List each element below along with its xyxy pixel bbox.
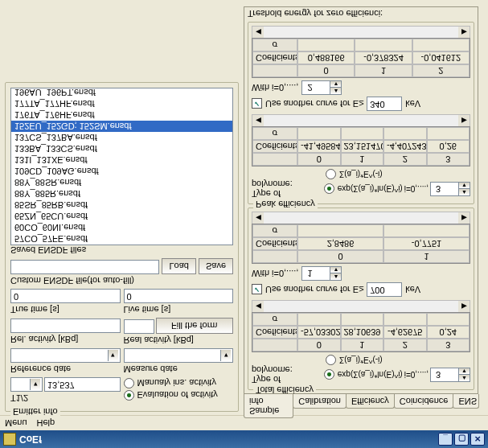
list-item[interactable]: 137CS_137BA.ensdf <box>11 132 232 143</box>
list-item[interactable]: 85SR_85RB.ensdf <box>11 199 232 211</box>
peak-table1-scroll[interactable]: ◀▶ <box>252 114 470 126</box>
total-spin-i[interactable]: 3 ▲▼ <box>430 368 470 382</box>
peak-sigma-1[interactable] <box>341 127 384 140</box>
refdate-field[interactable] <box>10 348 121 363</box>
peak-coef-1[interactable]: 23,1514703 <box>341 140 384 153</box>
peak-poly-opt2[interactable]: Σ(a_i)*E^(-i) <box>326 169 470 179</box>
total-sigma-0[interactable] <box>297 313 341 326</box>
half-life-label: T1/2 <box>10 393 121 403</box>
total-coef-2[interactable]: -4,62675 <box>383 326 427 339</box>
realact-field <box>124 319 154 334</box>
list-item[interactable]: 131I_131XE.ensdf <box>11 154 232 166</box>
fill-form-button[interactable]: Fill the form <box>156 318 234 334</box>
list-item[interactable]: 65ZN_65CU.ensdf <box>11 211 232 222</box>
peak-coef2-0[interactable]: 0,488166 <box>297 51 355 64</box>
menu-menu[interactable]: Menu <box>5 418 27 428</box>
treshold-label: Treshold energy for zero efficienci: <box>248 9 474 18</box>
tab-coincidence[interactable]: Coincidence <box>394 394 454 409</box>
menu-help[interactable]: Help <box>37 418 55 428</box>
peak-threshold-field[interactable]: 340 <box>367 97 402 111</box>
custom-ensdf-field[interactable] <box>10 260 159 274</box>
list-item[interactable]: 88Y_88SR.ensdf <box>11 177 232 188</box>
list-item[interactable]: 152EU_152GD; 152SM.ensdf <box>11 121 232 132</box>
saved-files-label: Saved ENSDF files <box>10 245 86 255</box>
total-coef-table-2: 0 1 Coeficients 2,8486 -0,7751 σ <box>252 224 470 264</box>
peak-sigma2-1[interactable] <box>355 39 412 51</box>
peak-coef-0[interactable]: -41,4958416 <box>297 140 341 153</box>
total-threshold-field[interactable]: 700 <box>367 282 402 297</box>
total-coef2-0[interactable]: 2,8486 <box>297 237 383 250</box>
list-item[interactable]: 177TA_177HF.ensdf <box>11 98 232 109</box>
radio-manual-label: Manualy ins. activity <box>137 379 216 388</box>
peak-poly-opt1[interactable]: exp(Σ(a_i)*ln(E)^i) <box>324 184 403 195</box>
truetime-field[interactable]: 0 <box>10 289 121 303</box>
list-item[interactable]: 57CO_57FE.ensdf <box>11 233 232 245</box>
total-spin-prefix: i=0,...., <box>404 371 429 380</box>
tab-calibration[interactable]: Calibration <box>293 394 347 409</box>
measdate-label: Measure date <box>124 364 234 374</box>
close-button[interactable]: ✕ <box>470 433 485 446</box>
total-sigma-3[interactable] <box>427 313 470 326</box>
total-coef-3[interactable]: 0,24 <box>427 326 470 339</box>
total-coef2-1[interactable]: -0,7751 <box>383 237 470 250</box>
tab-efficiency[interactable]: Efficiency <box>346 394 395 409</box>
peak-coef2-1[interactable]: -0,378324 <box>355 51 412 64</box>
emitter-info-group: Emitter info T1/2 13,537 Evaluation of a… <box>5 82 239 412</box>
total-coef-table-1: 0 1 2 3 Coeficients -57,03302 28,10639 -… <box>252 312 470 352</box>
peak-sigma-2[interactable] <box>383 127 427 140</box>
livetime-label: Live time [s] <box>124 305 234 314</box>
total-table1-scroll[interactable]: ◀▶ <box>252 300 470 312</box>
window-title: CoEf <box>19 434 42 445</box>
total-poly-opt1-label: exp(Σ(a_i)*ln(E)^i) <box>338 371 403 380</box>
radio-evaluation-label: Evaluation of activity <box>137 391 218 401</box>
peak-use-another-check[interactable]: Use another curve for E≥ <box>252 99 363 109</box>
list-item[interactable]: 133BA_133CS.ensdf <box>11 143 232 154</box>
save-button[interactable]: Save <box>199 258 233 274</box>
list-item[interactable]: 109CD_109AG.ensdf <box>11 166 232 177</box>
livetime-field[interactable]: 0 <box>124 289 234 303</box>
peak-spin-i[interactable]: 3 ▲▼ <box>430 182 470 196</box>
window-titlebar: CoEf _ ▢ ✕ <box>0 430 488 448</box>
relact-field[interactable] <box>10 319 121 333</box>
total-coef-1[interactable]: 28,10639 <box>341 326 384 339</box>
peak-coef-3[interactable]: 0,26 <box>427 140 470 153</box>
total-sigma2-1[interactable] <box>383 224 470 237</box>
maximize-button[interactable]: ▢ <box>454 433 469 446</box>
list-item[interactable]: 88Y_885R.ensdf <box>11 188 232 199</box>
radio-evaluation[interactable]: Evaluation of activity <box>124 390 234 401</box>
half-life-dropdown[interactable] <box>10 377 43 392</box>
total-table2-scroll[interactable]: ◀▶ <box>252 212 470 224</box>
total-with-i-spin[interactable]: 1 ▲▼ <box>301 266 342 281</box>
minimize-button[interactable]: _ <box>438 433 453 446</box>
peak-poly-opt2-label: Σ(a_i)*E^(-i) <box>339 170 383 179</box>
total-sigma-1[interactable] <box>341 313 384 326</box>
total-sigma2-0[interactable] <box>297 224 383 237</box>
half-life-field[interactable]: 13,537 <box>44 377 121 392</box>
total-eff-legend: Total efficiency <box>253 385 316 394</box>
total-poly-opt2[interactable]: Σ(a_i)*E^(-i) <box>326 355 470 365</box>
peak-table2-scroll[interactable]: ◀▶ <box>252 26 470 38</box>
peak-poly-opt1-label: exp(Σ(a_i)*ln(E)^i) <box>338 185 403 194</box>
total-use-another-check[interactable]: Use another curve for E≥ <box>252 285 363 295</box>
peak-with-i-spin[interactable]: 2 ▲▼ <box>301 80 342 95</box>
total-poly-opt1[interactable]: exp(Σ(a_i)*ln(E)^i) <box>324 370 403 380</box>
total-coef-0[interactable]: -57,03302 <box>297 326 341 339</box>
saved-files-list[interactable]: 57CO_57FE.ensdf60CO_60NI.ensdf65ZN_65CU.… <box>10 88 233 245</box>
peak-sigma-3[interactable] <box>427 127 470 140</box>
list-item[interactable]: 196AU_196PT.ensdf <box>11 88 232 98</box>
tab-sample-info[interactable]: Sample info <box>244 394 293 418</box>
measdate-field[interactable] <box>124 348 234 363</box>
peak-eff-legend: Peak efficiency <box>253 199 318 209</box>
peak-coef2-2[interactable]: -0,041612 <box>412 51 470 64</box>
peak-sigma2-0[interactable] <box>297 39 355 51</box>
total-sigma-2[interactable] <box>383 313 427 326</box>
list-item[interactable]: 176TA_176HF.ensdf <box>11 109 232 121</box>
list-item[interactable]: 60CO_60NI.ensdf <box>11 222 232 233</box>
peak-coef-2[interactable]: -4,4072431 <box>383 140 427 153</box>
radio-manual[interactable]: Manualy ins. activity <box>124 378 234 388</box>
peak-sigma-0[interactable] <box>297 127 341 140</box>
load-button[interactable]: Load <box>162 258 195 274</box>
peak-sigma2-2[interactable] <box>412 39 470 51</box>
tab-ens[interactable]: ENS <box>453 394 479 409</box>
total-poly-label: Type of polynome: <box>252 365 322 384</box>
